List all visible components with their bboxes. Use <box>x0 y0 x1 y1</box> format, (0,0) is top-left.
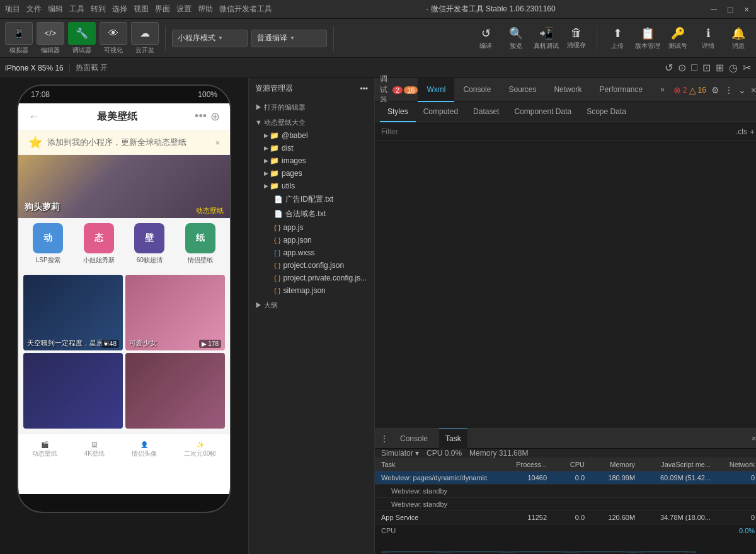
menu-help[interactable]: 帮助 <box>198 4 213 14</box>
section-project[interactable]: ▼ 动态壁纸大全 <box>249 114 374 129</box>
task-tab-task[interactable]: Task <box>439 429 467 449</box>
cls-button[interactable]: .cls <box>736 127 747 136</box>
styles-tab-computed[interactable]: Computed <box>416 102 466 122</box>
debugger-tool[interactable]: 🔧 调试器 <box>68 22 96 55</box>
task-row-0[interactable]: Webview: pages/dynamic/dynamic 10460 0.0… <box>375 471 756 485</box>
menu-view[interactable]: 视图 <box>134 4 149 14</box>
cloud-button[interactable]: ☁ <box>131 22 159 45</box>
task-row-1[interactable]: Webview: standby <box>375 485 756 498</box>
section-open-editors[interactable]: ▶ 打开的编辑器 <box>249 99 374 114</box>
minimize-button[interactable]: ─ <box>709 5 718 14</box>
tab-more[interactable]: » <box>651 78 673 102</box>
phone-banner-close[interactable]: × <box>215 138 220 147</box>
tree-item-images[interactable]: ▶ 📁 images <box>249 154 374 167</box>
simulator-indicator[interactable]: Simulator ▾ <box>381 449 419 458</box>
real-device-button[interactable]: 📲真机调试 <box>534 26 559 51</box>
menu-tools[interactable]: 工具 <box>69 4 84 14</box>
nav-item-2[interactable]: 👤 情侣头像 <box>132 441 157 458</box>
tree-item-domain[interactable]: 📄 合法域名.txt <box>249 207 374 221</box>
tab-performance[interactable]: Performance <box>590 78 651 102</box>
editor-button[interactable]: </> <box>37 22 64 45</box>
tree-item-babel[interactable]: ▶ 📁 @babel <box>249 129 374 142</box>
screenshot-icon[interactable]: ⊡ <box>702 62 711 74</box>
thumb-1[interactable]: 可爱少女 ▶ 178 <box>125 275 225 350</box>
menu-file[interactable]: 文件 <box>26 4 42 14</box>
window-controls[interactable]: ─ □ × <box>709 5 751 14</box>
visualize-tool[interactable]: 👁 可视化 <box>100 22 127 55</box>
tree-item-appjson[interactable]: { } app.json <box>249 234 374 246</box>
tab-console[interactable]: Console <box>454 78 500 102</box>
tree-item-dist[interactable]: ▶ 📁 dist <box>249 142 374 154</box>
menu-project[interactable]: 项目 <box>5 4 20 14</box>
tree-item-sitemap[interactable]: { } sitemap.json <box>249 284 374 297</box>
nav-item-1[interactable]: 🖼 4K壁纸 <box>84 441 105 458</box>
phone-back-icon[interactable]: ← <box>28 110 40 124</box>
tree-item-appwxss[interactable]: { } app.wxss <box>249 246 374 259</box>
tab-sources[interactable]: Sources <box>500 78 545 102</box>
phone-icon[interactable]: □ <box>691 62 697 74</box>
devtools-more-options-icon[interactable]: ⋮ <box>724 85 733 95</box>
editor-tool[interactable]: </> 编辑器 <box>37 22 64 55</box>
simulator-tool[interactable]: 📱 模拟器 <box>5 22 33 55</box>
task-tab-console[interactable]: Console <box>394 429 434 449</box>
history-icon[interactable]: ◷ <box>729 62 738 74</box>
thumb-0[interactable]: 天空咦到一定程度，星辰就... ♥ 48 <box>23 275 123 350</box>
menu-edit[interactable]: 编辑 <box>48 4 63 14</box>
nav-item-0[interactable]: 🎬 动态壁纸 <box>32 441 57 458</box>
menu-goto[interactable]: 转到 <box>91 4 106 14</box>
tree-item-projectconfig[interactable]: { } project.config.json <box>249 259 374 272</box>
grid-item-0[interactable]: 动 LSP搜索 <box>23 223 73 265</box>
section-outline[interactable]: ▶ 大纲 <box>249 297 374 312</box>
styles-tab-component-data[interactable]: Component Data <box>507 102 579 122</box>
debugger-button[interactable]: 🔧 <box>68 22 96 45</box>
task-row-2[interactable]: Webview: standby <box>375 498 756 511</box>
devtools-settings-icon[interactable]: ⚙ <box>711 85 719 95</box>
grid-item-3[interactable]: 纸 情侣壁纸 <box>176 223 226 265</box>
message-button[interactable]: 🔔消息 <box>726 26 751 51</box>
styles-tab-scope-data[interactable]: Scope Data <box>579 102 634 122</box>
styles-tab-dataset[interactable]: Dataset <box>466 102 507 122</box>
tree-item-projectprivate[interactable]: { } project.private.config.js... <box>249 272 374 284</box>
compile-mode-dropdown[interactable]: 小程序模式 ▼ <box>172 30 248 47</box>
version-mgmt-button[interactable]: 📋版本管理 <box>635 26 660 51</box>
menu-select[interactable]: 选择 <box>112 4 127 14</box>
tree-item-utils[interactable]: ▶ 📁 utils <box>249 180 374 192</box>
preview-button[interactable]: 🔍预览 <box>503 26 529 51</box>
close-button[interactable]: × <box>742 5 751 14</box>
grid-icon[interactable]: ⊞ <box>716 62 724 74</box>
compile-button[interactable]: ↺编译 <box>473 26 498 51</box>
phone-more-icon[interactable]: ••• <box>195 110 207 124</box>
task-close-button[interactable]: × <box>752 434 756 443</box>
grid-item-2[interactable]: 壁 60帧超清 <box>125 223 175 265</box>
filter-input[interactable] <box>381 127 731 136</box>
device-selector[interactable]: iPhone X 85% 16 <box>5 64 64 72</box>
thumb-3[interactable] <box>125 353 225 429</box>
phone-share-icon[interactable]: ⊕ <box>210 110 220 124</box>
visualize-button[interactable]: 👁 <box>100 22 127 45</box>
devtools-close-icon[interactable]: × <box>751 85 756 95</box>
devtools-collapse-icon[interactable]: ⌄ <box>738 85 746 95</box>
tab-wxml[interactable]: Wxml <box>418 78 454 102</box>
menu-settings[interactable]: 设置 <box>176 4 192 14</box>
grid-item-1[interactable]: 态 小姐姐秀新 <box>74 223 124 265</box>
nav-item-3[interactable]: ✨ 二次元60帧 <box>184 441 216 458</box>
refresh-icon[interactable]: ↺ <box>665 62 673 74</box>
tab-network[interactable]: Network <box>545 78 590 102</box>
styles-tab-styles[interactable]: Styles <box>380 102 416 122</box>
file-tree-more[interactable]: ••• <box>360 84 368 93</box>
tree-item-adconfig[interactable]: 📄 广告ID配置.txt <box>249 192 374 207</box>
cloud-tool[interactable]: ☁ 云开发 <box>131 22 159 55</box>
maximize-button[interactable]: □ <box>726 5 735 14</box>
compiler-dropdown[interactable]: 普通编译 ▼ <box>251 30 327 47</box>
scissors-icon[interactable]: ✂ <box>743 62 751 74</box>
thumb-2[interactable] <box>23 353 123 429</box>
details-button[interactable]: ℹ详情 <box>696 26 721 51</box>
simulator-button[interactable]: 📱 <box>5 22 33 45</box>
tree-item-pages[interactable]: ▶ 📁 pages <box>249 167 374 180</box>
menu-bar[interactable]: 项目 文件 编辑 工具 转到 选择 视图 界面 设置 帮助 微信开发者工具 <box>5 4 272 14</box>
task-row-3[interactable]: App Service 11252 0.0 120.60M 34.78M (18… <box>375 511 756 524</box>
menu-devtools[interactable]: 微信开发者工具 <box>219 4 272 14</box>
upload-button[interactable]: ⬆上传 <box>605 26 630 51</box>
menu-interface[interactable]: 界面 <box>155 4 170 14</box>
tree-item-appjs[interactable]: { } app.js <box>249 221 374 234</box>
